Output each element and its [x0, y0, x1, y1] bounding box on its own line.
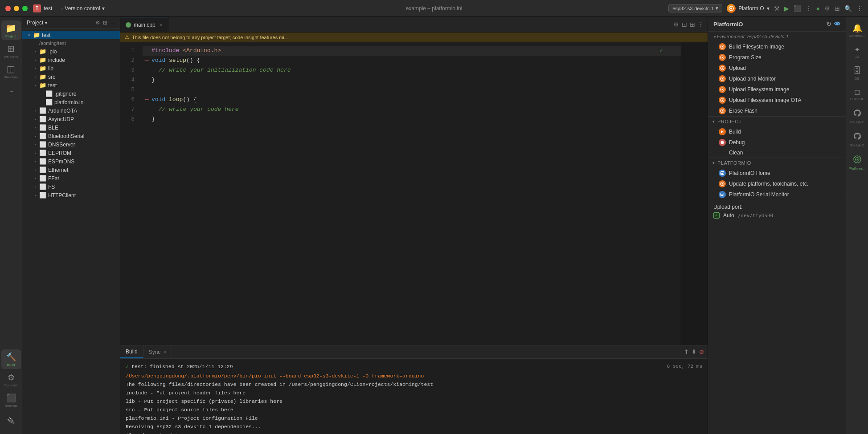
editor-more-icon[interactable]: ⋮: [698, 21, 704, 28]
sidebar-item-github-c1[interactable]: GitHub C: [848, 106, 867, 127]
tree-item-httpclient[interactable]: › ⬜ HTTPClient: [22, 191, 120, 199]
tab-sync-close-icon[interactable]: ×: [163, 349, 166, 355]
sidebar-item-build[interactable]: 🔨 Build: [1, 349, 21, 369]
pio-upload-fs-ota[interactable]: Upload Filesystem Image OTA: [708, 95, 846, 105]
token-comment-1: // write your initialization code here: [159, 65, 291, 75]
tree-item-aoming-path: /aoming/test: [22, 39, 120, 47]
platformio-button[interactable]: PlatformIO ▾: [727, 4, 769, 13]
more-actions-icon[interactable]: ⋮: [806, 5, 812, 12]
tree-item-fs[interactable]: › ⬜ FS: [22, 183, 120, 191]
tree-item-espmDNS[interactable]: › ⬜ ESPmDNS: [22, 157, 120, 166]
device-selector[interactable]: esp32-s3-devkitc-1 ▾: [668, 4, 722, 12]
close-button[interactable]: [5, 6, 11, 11]
auto-checkbox[interactable]: ✓: [713, 212, 720, 219]
tree-item-gitignore[interactable]: ⬜ .gitignore: [22, 89, 120, 98]
editor-expand-icon[interactable]: ⊡: [682, 21, 687, 28]
sidebar-item-terminal[interactable]: ⬛ Terminal: [1, 390, 21, 410]
pio-program-size[interactable]: Program Size: [708, 52, 846, 63]
pio-serial-monitor[interactable]: PlatformIO Serial Monitor: [708, 189, 846, 200]
tree-item-dnsserver[interactable]: › ⬜ DNSServer: [22, 140, 120, 149]
pio-update-platforms[interactable]: Update platforms, toolchains, etc.: [708, 178, 846, 189]
pio-item-label: Build Filesystem Image: [729, 44, 784, 50]
maximize-button[interactable]: [22, 6, 28, 11]
tree-item-ethernet[interactable]: › ⬜ Ethernet: [22, 166, 120, 174]
pio-build-fs-image[interactable]: Build Filesystem Image: [708, 41, 846, 52]
pio-platformio-section-header[interactable]: ▾ PlatformIO: [708, 158, 846, 168]
sidebar-item-structure[interactable]: ◫ Structure: [1, 61, 21, 81]
scroll-bottom-icon[interactable]: ⬇: [692, 349, 696, 355]
tree-item-src[interactable]: › 📁 src: [22, 73, 120, 81]
tree-item-ble[interactable]: › ⬜ BLE: [22, 123, 120, 132]
refresh-icon[interactable]: ↻: [826, 20, 831, 28]
pio-erase-flash[interactable]: Erase Flash: [708, 105, 846, 116]
sidebar-item-platformio-right[interactable]: Platform…: [848, 152, 867, 174]
pio-project-build[interactable]: Build: [708, 126, 846, 137]
sidebar-item-plugins[interactable]: 🔌: [1, 411, 21, 430]
tree-item-arduinoota[interactable]: › ⬜ ArduinoOTA: [22, 106, 120, 115]
sidebar-item-github-c2[interactable]: GitHub C: [848, 129, 867, 150]
pio-upload-fs[interactable]: Upload Filesystem Image: [708, 84, 846, 95]
tree-item-pio[interactable]: › 📁 .pio: [22, 47, 120, 56]
lib-icon: ⬜: [39, 158, 46, 165]
pio-upload[interactable]: Upload: [708, 63, 846, 73]
pio-project-section-header[interactable]: ▾ Project: [708, 117, 846, 126]
tree-label: platformio.ini: [54, 99, 85, 105]
scroll-top-icon[interactable]: ⬆: [684, 349, 689, 355]
gear-icon[interactable]: ⚙: [95, 20, 100, 26]
editor-settings-icon[interactable]: ⚙: [673, 21, 679, 28]
minimize-button[interactable]: [14, 6, 19, 11]
search-icon[interactable]: 🔍: [844, 5, 852, 12]
pio-icon: [719, 191, 726, 198]
sidebar-item-more[interactable]: ···: [1, 82, 21, 101]
pio-home[interactable]: PlatformIO Home: [708, 168, 846, 178]
sidebar-item-welcome[interactable]: ⊞ Welcome: [1, 41, 21, 61]
code-line-4: }: [143, 75, 681, 85]
clear-icon[interactable]: ⊘: [699, 349, 704, 355]
code-editor[interactable]: 1 2 3 4 5 6 7 8 #include <Arduino.h>: [120, 42, 708, 345]
layout-icon[interactable]: ⊞: [835, 5, 840, 12]
eye-icon[interactable]: 👁: [834, 20, 840, 28]
more-icon: ···: [9, 88, 12, 96]
tree-label: FS: [48, 184, 55, 190]
pio-upload-monitor[interactable]: Upload and Monitor: [708, 73, 846, 84]
tab-main-cpp[interactable]: main.cpp ×: [120, 17, 168, 32]
hammer-icon[interactable]: ⚒: [774, 5, 780, 12]
pio-item-label: Build: [729, 129, 741, 135]
project-selector[interactable]: T test: [33, 4, 52, 12]
tree-item-lib[interactable]: › 📁 lib: [22, 64, 120, 73]
tree-item-ffat[interactable]: › ⬜ FFat: [22, 174, 120, 183]
pio-project-clean[interactable]: Clean: [708, 148, 846, 158]
sidebar-item-ai[interactable]: ✦ AI: [848, 43, 867, 62]
settings-icon[interactable]: ⚙: [824, 5, 830, 12]
tree-item-test-sub[interactable]: › 📁 test: [22, 81, 120, 89]
chevron-down-icon: ▾: [102, 5, 105, 12]
expand-icon[interactable]: ⊞: [103, 20, 107, 26]
tab-sync[interactable]: Sync ×: [143, 345, 172, 358]
tree-item-platformio-ini[interactable]: ⬜ platformio.ini: [22, 98, 120, 106]
run-icon[interactable]: ▶: [784, 5, 789, 12]
tree-path-label: /aoming/test: [39, 41, 66, 46]
tree-item-test-root[interactable]: ▾ 📁 test: [22, 31, 120, 39]
spacer: [32, 40, 38, 46]
sidebar-item-db[interactable]: 🗄 DB: [848, 64, 867, 84]
pio-item-label: Upload: [729, 65, 746, 71]
platformio-right-icon: [853, 155, 862, 166]
editor-split-icon[interactable]: ⊞: [690, 21, 695, 28]
code-content[interactable]: #include <Arduino.h> ✓ ← void setup () {: [139, 42, 681, 345]
collapse-icon[interactable]: —: [110, 20, 115, 26]
tab-build[interactable]: Build: [120, 345, 143, 358]
tree-item-include[interactable]: › 📁 include: [22, 56, 120, 64]
line-marker-6: ←: [143, 95, 151, 105]
sidebar-item-services[interactable]: ⚙ Services: [1, 370, 21, 389]
more-options-icon[interactable]: ⋮: [856, 5, 863, 12]
stop-icon[interactable]: ⬛: [794, 5, 801, 12]
tree-item-asyncudp[interactable]: › ⬜ AsyncUDP: [22, 115, 120, 123]
tab-close-button[interactable]: ×: [159, 21, 163, 28]
sidebar-item-project[interactable]: 📁 Project: [1, 20, 21, 40]
tree-item-bluetoothserial[interactable]: › ⬜ BluetoothSerial: [22, 132, 120, 140]
sidebar-item-esp-idf[interactable]: ◻ ESP-IDF: [848, 85, 867, 104]
tree-item-eeprom[interactable]: › ⬜ EEPROM: [22, 149, 120, 157]
version-control-button[interactable]: Version control ▾: [65, 5, 104, 12]
pio-project-debug[interactable]: Debug: [708, 137, 846, 148]
sidebar-item-notifications[interactable]: 🔔 Notificat…: [848, 20, 867, 41]
